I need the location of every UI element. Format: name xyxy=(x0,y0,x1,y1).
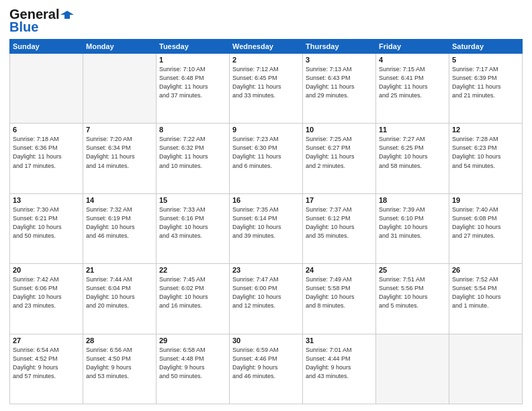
day-number: 8 xyxy=(159,126,226,134)
col-header-monday: Monday xyxy=(83,40,157,54)
calendar-table: SundayMondayTuesdayWednesdayThursdayFrid… xyxy=(9,39,523,404)
calendar-cell: 16Sunrise: 7:35 AM Sunset: 6:14 PM Dayli… xyxy=(230,193,303,263)
day-detail: Sunrise: 7:23 AM Sunset: 6:30 PM Dayligh… xyxy=(232,135,300,170)
day-number: 20 xyxy=(13,266,80,274)
calendar-cell: 26Sunrise: 7:52 AM Sunset: 5:54 PM Dayli… xyxy=(449,264,523,334)
day-number: 29 xyxy=(159,336,226,345)
calendar-cell: 2Sunrise: 7:12 AM Sunset: 6:45 PM Daylig… xyxy=(230,54,303,124)
day-detail: Sunrise: 7:45 AM Sunset: 6:02 PM Dayligh… xyxy=(159,275,226,310)
day-detail: Sunrise: 6:59 AM Sunset: 4:46 PM Dayligh… xyxy=(232,346,300,381)
day-detail: Sunrise: 7:51 AM Sunset: 5:56 PM Dayligh… xyxy=(379,275,446,310)
calendar-cell: 11Sunrise: 7:27 AM Sunset: 6:25 PM Dayli… xyxy=(376,124,449,193)
day-detail: Sunrise: 7:15 AM Sunset: 6:41 PM Dayligh… xyxy=(379,65,446,100)
day-number: 17 xyxy=(306,196,373,204)
calendar-cell: 29Sunrise: 6:58 AM Sunset: 4:48 PM Dayli… xyxy=(157,334,230,404)
calendar-week-5: 27Sunrise: 6:54 AM Sunset: 4:52 PM Dayli… xyxy=(10,334,523,404)
day-number: 2 xyxy=(232,56,300,64)
day-detail: Sunrise: 6:54 AM Sunset: 4:52 PM Dayligh… xyxy=(13,346,80,381)
day-detail: Sunrise: 7:25 AM Sunset: 6:27 PM Dayligh… xyxy=(306,135,373,170)
day-detail: Sunrise: 7:10 AM Sunset: 6:48 PM Dayligh… xyxy=(159,65,226,100)
day-detail: Sunrise: 7:12 AM Sunset: 6:45 PM Dayligh… xyxy=(232,65,300,100)
calendar-cell: 23Sunrise: 7:47 AM Sunset: 6:00 PM Dayli… xyxy=(230,264,303,334)
calendar-week-4: 20Sunrise: 7:42 AM Sunset: 6:06 PM Dayli… xyxy=(10,264,523,334)
day-number: 28 xyxy=(86,336,153,345)
day-number: 4 xyxy=(379,56,446,64)
calendar-cell: 19Sunrise: 7:40 AM Sunset: 6:08 PM Dayli… xyxy=(449,193,523,263)
day-detail: Sunrise: 7:44 AM Sunset: 6:04 PM Dayligh… xyxy=(86,275,153,310)
day-detail: Sunrise: 7:37 AM Sunset: 6:12 PM Dayligh… xyxy=(306,205,373,240)
page: General Blue SundayMondayTuesdayWednesda… xyxy=(0,0,532,411)
col-header-wednesday: Wednesday xyxy=(230,40,303,54)
day-number: 11 xyxy=(379,126,446,134)
calendar-cell: 6Sunrise: 7:18 AM Sunset: 6:36 PM Daylig… xyxy=(10,124,83,193)
day-detail: Sunrise: 7:39 AM Sunset: 6:10 PM Dayligh… xyxy=(379,205,446,240)
day-detail: Sunrise: 7:22 AM Sunset: 6:32 PM Dayligh… xyxy=(159,135,226,170)
calendar-cell: 22Sunrise: 7:45 AM Sunset: 6:02 PM Dayli… xyxy=(157,264,230,334)
day-number: 7 xyxy=(86,126,153,134)
calendar-cell: 27Sunrise: 6:54 AM Sunset: 4:52 PM Dayli… xyxy=(10,334,83,404)
calendar-cell: 28Sunrise: 6:56 AM Sunset: 4:50 PM Dayli… xyxy=(83,334,157,404)
day-detail: Sunrise: 7:49 AM Sunset: 5:58 PM Dayligh… xyxy=(306,275,373,310)
day-detail: Sunrise: 7:30 AM Sunset: 6:21 PM Dayligh… xyxy=(13,205,80,240)
day-number: 5 xyxy=(452,56,519,64)
calendar-cell: 12Sunrise: 7:28 AM Sunset: 6:23 PM Dayli… xyxy=(449,124,523,193)
day-detail: Sunrise: 7:20 AM Sunset: 6:34 PM Dayligh… xyxy=(86,135,153,170)
calendar-header-row: SundayMondayTuesdayWednesdayThursdayFrid… xyxy=(10,40,523,54)
day-detail: Sunrise: 6:58 AM Sunset: 4:48 PM Dayligh… xyxy=(159,346,226,381)
calendar-cell: 13Sunrise: 7:30 AM Sunset: 6:21 PM Dayli… xyxy=(10,193,83,263)
calendar-cell: 30Sunrise: 6:59 AM Sunset: 4:46 PM Dayli… xyxy=(230,334,303,404)
day-number: 23 xyxy=(232,266,300,274)
day-detail: Sunrise: 7:52 AM Sunset: 5:54 PM Dayligh… xyxy=(452,275,519,310)
calendar-cell: 3Sunrise: 7:13 AM Sunset: 6:43 PM Daylig… xyxy=(303,54,376,124)
calendar-cell xyxy=(376,334,449,404)
day-detail: Sunrise: 7:47 AM Sunset: 6:00 PM Dayligh… xyxy=(232,275,300,310)
day-detail: Sunrise: 6:56 AM Sunset: 4:50 PM Dayligh… xyxy=(86,346,153,381)
calendar-cell: 24Sunrise: 7:49 AM Sunset: 5:58 PM Dayli… xyxy=(303,264,376,334)
calendar-cell: 18Sunrise: 7:39 AM Sunset: 6:10 PM Dayli… xyxy=(376,193,449,263)
calendar-cell: 7Sunrise: 7:20 AM Sunset: 6:34 PM Daylig… xyxy=(83,124,157,193)
day-detail: Sunrise: 7:40 AM Sunset: 6:08 PM Dayligh… xyxy=(452,205,519,240)
day-number: 27 xyxy=(13,336,80,345)
day-detail: Sunrise: 7:18 AM Sunset: 6:36 PM Dayligh… xyxy=(13,135,80,170)
calendar-cell: 15Sunrise: 7:33 AM Sunset: 6:16 PM Dayli… xyxy=(157,193,230,263)
day-number: 24 xyxy=(306,266,373,274)
day-detail: Sunrise: 7:13 AM Sunset: 6:43 PM Dayligh… xyxy=(306,65,373,100)
calendar-cell: 4Sunrise: 7:15 AM Sunset: 6:41 PM Daylig… xyxy=(376,54,449,124)
day-number: 30 xyxy=(232,336,300,345)
calendar-week-3: 13Sunrise: 7:30 AM Sunset: 6:21 PM Dayli… xyxy=(10,193,523,263)
calendar-cell xyxy=(83,54,157,124)
day-number: 31 xyxy=(306,336,373,345)
col-header-thursday: Thursday xyxy=(303,40,376,54)
calendar-cell: 10Sunrise: 7:25 AM Sunset: 6:27 PM Dayli… xyxy=(303,124,376,193)
header: General Blue xyxy=(9,7,523,35)
calendar-cell: 1Sunrise: 7:10 AM Sunset: 6:48 PM Daylig… xyxy=(157,54,230,124)
calendar-cell: 25Sunrise: 7:51 AM Sunset: 5:56 PM Dayli… xyxy=(376,264,449,334)
calendar-cell: 20Sunrise: 7:42 AM Sunset: 6:06 PM Dayli… xyxy=(10,264,83,334)
calendar-week-2: 6Sunrise: 7:18 AM Sunset: 6:36 PM Daylig… xyxy=(10,124,523,193)
day-number: 15 xyxy=(159,196,226,204)
calendar-cell: 5Sunrise: 7:17 AM Sunset: 6:39 PM Daylig… xyxy=(449,54,523,124)
calendar-cell: 8Sunrise: 7:22 AM Sunset: 6:32 PM Daylig… xyxy=(157,124,230,193)
day-detail: Sunrise: 7:17 AM Sunset: 6:39 PM Dayligh… xyxy=(452,65,519,100)
logo: General Blue xyxy=(9,7,74,35)
calendar-cell: 17Sunrise: 7:37 AM Sunset: 6:12 PM Dayli… xyxy=(303,193,376,263)
day-number: 12 xyxy=(452,126,519,134)
day-detail: Sunrise: 7:33 AM Sunset: 6:16 PM Dayligh… xyxy=(159,205,226,240)
calendar-cell: 14Sunrise: 7:32 AM Sunset: 6:19 PM Dayli… xyxy=(83,193,157,263)
day-number: 1 xyxy=(159,56,226,64)
calendar-cell: 9Sunrise: 7:23 AM Sunset: 6:30 PM Daylig… xyxy=(230,124,303,193)
calendar-week-1: 1Sunrise: 7:10 AM Sunset: 6:48 PM Daylig… xyxy=(10,54,523,124)
logo-bird-icon xyxy=(60,9,74,20)
day-number: 16 xyxy=(232,196,300,204)
calendar-cell: 21Sunrise: 7:44 AM Sunset: 6:04 PM Dayli… xyxy=(83,264,157,334)
logo-blue: Blue xyxy=(9,19,38,35)
col-header-friday: Friday xyxy=(376,40,449,54)
day-number: 21 xyxy=(86,266,153,274)
day-number: 19 xyxy=(452,196,519,204)
col-header-tuesday: Tuesday xyxy=(157,40,230,54)
day-number: 26 xyxy=(452,266,519,274)
day-number: 22 xyxy=(159,266,226,274)
day-number: 3 xyxy=(306,56,373,64)
day-detail: Sunrise: 7:27 AM Sunset: 6:25 PM Dayligh… xyxy=(379,135,446,170)
day-detail: Sunrise: 7:32 AM Sunset: 6:19 PM Dayligh… xyxy=(86,205,153,240)
